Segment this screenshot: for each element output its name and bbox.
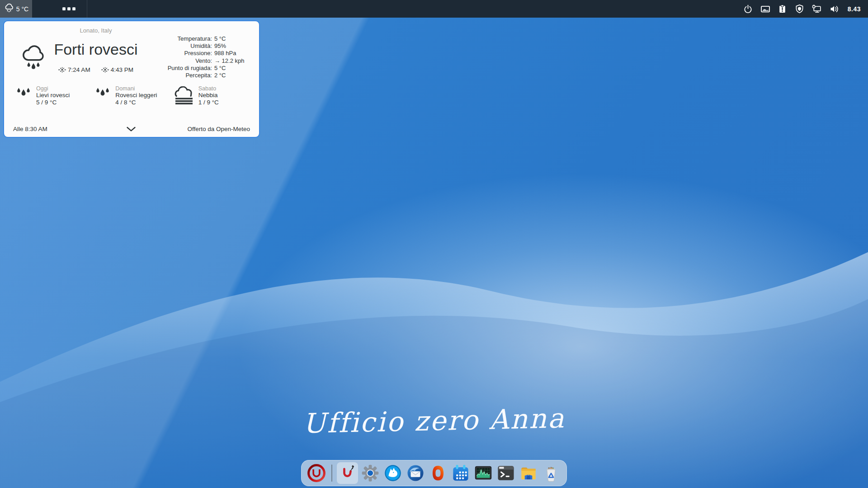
panel-left: 5 °C bbox=[0, 0, 32, 18]
dock-item-system-monitor[interactable] bbox=[472, 462, 494, 484]
weather-popup-top: Lonato, Italy Forti rovesci bbox=[9, 25, 253, 79]
forecast-condition: Lievi rovesci bbox=[36, 92, 70, 99]
sunrise-item: 7:24 AM bbox=[58, 66, 90, 74]
settings-gear-icon bbox=[361, 464, 380, 483]
panel-menu-button[interactable] bbox=[62, 0, 75, 18]
weather-updated-time: Alle 8:30 AM bbox=[13, 126, 47, 132]
forecast-day: Sabato bbox=[198, 85, 219, 92]
office-icon bbox=[429, 464, 447, 482]
volume-icon bbox=[829, 4, 839, 14]
detail-row: Umidità: 95% bbox=[155, 42, 253, 50]
calendar-icon bbox=[451, 464, 470, 483]
forecast-temps: 5 / 9 °C bbox=[36, 99, 70, 106]
forecast-condition: Nebbia bbox=[198, 92, 219, 99]
dock-item-ufficiozero-menu[interactable] bbox=[306, 462, 327, 484]
weather-popup: Lonato, Italy Forti rovesci bbox=[3, 20, 260, 138]
heavy-rain-icon bbox=[20, 44, 47, 72]
chevron-down-icon bbox=[126, 127, 136, 132]
tray-volume-button[interactable] bbox=[829, 4, 840, 14]
rain-drops-icon bbox=[94, 86, 111, 99]
weather-details: Temperatura: 5 °C Umidità: 95% Pressione… bbox=[155, 35, 253, 79]
dock-item-terminal[interactable] bbox=[495, 462, 516, 484]
installer-pen-icon bbox=[339, 464, 357, 482]
tray-power-button[interactable] bbox=[743, 4, 754, 14]
sunset-item: 4:43 PM bbox=[101, 66, 133, 74]
dock-item-calendar[interactable] bbox=[450, 462, 471, 484]
rain-drops-icon bbox=[15, 86, 32, 99]
dock bbox=[301, 460, 567, 486]
trash-full-icon bbox=[542, 464, 561, 483]
ufficiozero-logo-icon bbox=[307, 463, 326, 483]
power-icon bbox=[743, 4, 753, 14]
dock-item-thunderbird-mail[interactable] bbox=[405, 462, 426, 484]
system-monitor-icon bbox=[474, 464, 493, 483]
sunrise-icon bbox=[58, 66, 66, 74]
forecast-saturday: Sabato Nebbia 1 / 9 °C bbox=[174, 85, 253, 107]
panel-weather-chip[interactable]: 5 °C bbox=[0, 0, 32, 18]
dock-separator bbox=[331, 465, 332, 482]
top-panel: 5 °C bbox=[0, 0, 868, 18]
sun-times: 7:24 AM 4:43 PM bbox=[58, 66, 133, 74]
detail-row: Vento: → 12.2 kph bbox=[155, 57, 253, 65]
tray-shield-button[interactable] bbox=[794, 4, 805, 14]
sunset-time: 4:43 PM bbox=[111, 66, 133, 73]
popup-footer: Alle 8:30 AM Offerto da Open-Meteo bbox=[9, 126, 253, 134]
shield-icon bbox=[795, 4, 804, 14]
forecast-day: Oggi bbox=[36, 85, 70, 92]
detail-row: Percepita: 2 °C bbox=[155, 72, 253, 79]
panel-clock[interactable]: 8.43 bbox=[848, 5, 861, 13]
forecast-row: Oggi Lievi rovesci 5 / 9 °C Domani Roves… bbox=[9, 85, 253, 107]
forecast-day: Domani bbox=[115, 85, 157, 92]
fog-icon bbox=[174, 86, 194, 107]
panel-temperature-label: 5 °C bbox=[16, 5, 28, 13]
weather-current: Lonato, Italy Forti rovesci bbox=[9, 25, 155, 79]
dock-item-office-suite[interactable] bbox=[427, 462, 448, 484]
librewolf-icon bbox=[383, 464, 402, 483]
dock-item-settings[interactable] bbox=[359, 462, 381, 484]
dock-item-trash[interactable] bbox=[540, 462, 561, 484]
thunderbird-icon bbox=[406, 464, 425, 483]
rain-cloud-icon bbox=[4, 3, 14, 15]
terminal-icon bbox=[496, 464, 515, 483]
detail-row: Punto di rugiada: 5 °C bbox=[155, 65, 253, 72]
wallpaper-icon bbox=[760, 4, 770, 14]
forecast-tomorrow: Domani Rovesci leggeri 4 / 8 °C bbox=[94, 85, 173, 107]
wired-network-icon bbox=[811, 4, 822, 14]
tray-clipboard-button[interactable] bbox=[777, 4, 788, 14]
panel-tray: 8.43 bbox=[743, 0, 868, 18]
detail-row: Temperatura: 5 °C bbox=[155, 35, 253, 42]
expand-forecast-button[interactable] bbox=[123, 126, 139, 133]
weather-attribution: Offerto da Open-Meteo bbox=[187, 126, 250, 132]
weather-location: Lonato, Italy bbox=[80, 27, 112, 34]
sunset-icon bbox=[101, 66, 109, 74]
forecast-condition: Rovesci leggeri bbox=[115, 92, 157, 99]
forecast-today: Oggi Lievi rovesci 5 / 9 °C bbox=[15, 85, 94, 107]
tray-wallpaper-button[interactable] bbox=[760, 4, 771, 14]
sunrise-time: 7:24 AM bbox=[68, 66, 90, 73]
weather-current-column: Lonato, Italy Forti rovesci bbox=[38, 25, 154, 74]
dock-item-file-manager[interactable] bbox=[518, 462, 539, 484]
panel-separator bbox=[87, 0, 87, 18]
tray-network-button[interactable] bbox=[811, 4, 822, 14]
ellipsis-menu-icon bbox=[62, 7, 66, 10]
file-manager-icon bbox=[519, 464, 538, 483]
forecast-temps: 1 / 9 °C bbox=[198, 99, 219, 106]
detail-row: Pressione: 988 hPa bbox=[155, 50, 253, 57]
clipboard-alert-icon bbox=[778, 4, 787, 14]
weather-condition: Forti rovesci bbox=[54, 41, 137, 58]
forecast-temps: 4 / 8 °C bbox=[115, 99, 157, 106]
dock-item-librewolf-browser[interactable] bbox=[382, 462, 403, 484]
dock-item-installer[interactable] bbox=[337, 462, 358, 484]
